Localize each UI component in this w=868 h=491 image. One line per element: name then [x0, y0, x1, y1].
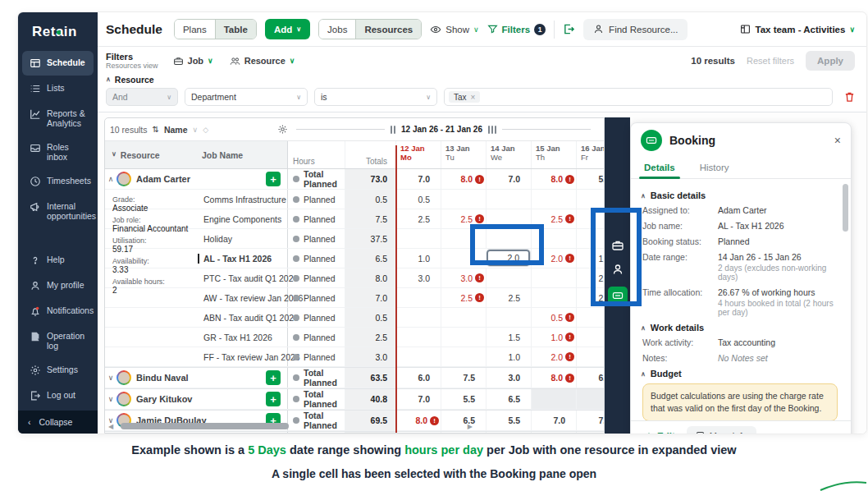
rail-booking-icon[interactable] — [608, 287, 628, 305]
schedule-cell[interactable]: 3.0 — [395, 268, 441, 287]
sidebar-item-schedule[interactable]: Schedule — [22, 51, 94, 76]
schedule-cell[interactable] — [531, 268, 576, 287]
range-handle-right[interactable] — [488, 126, 496, 134]
schedule-cell[interactable] — [441, 249, 486, 268]
schedule-cell[interactable] — [576, 229, 604, 248]
show-menu[interactable]: Show∨ — [430, 24, 478, 35]
schedule-cell[interactable]: 7.0 — [395, 432, 441, 433]
date-range-scrubber[interactable]: 12 Jan 26 - 21 Jan 26 — [288, 125, 599, 134]
scroll-left-icon[interactable]: ◀ — [108, 423, 113, 430]
schedule-cell[interactable]: 8.0! — [441, 169, 486, 189]
mode-resources[interactable]: Resources — [355, 20, 421, 39]
schedule-cell[interactable] — [576, 209, 604, 228]
filter-value-input[interactable]: Tax× — [444, 88, 833, 106]
job-name[interactable]: Holiday — [203, 234, 232, 244]
schedule-cell[interactable]: 5.5 — [441, 389, 486, 409]
add-booking-button[interactable]: + — [266, 370, 281, 385]
scrollbar-thumb[interactable] — [121, 423, 289, 429]
schedule-cell[interactable]: 2.5! — [441, 288, 486, 307]
sidebar-item-internal-opportunities[interactable]: Internal opportunities — [22, 195, 94, 227]
schedule-cell[interactable]: 1.5 — [486, 328, 531, 346]
schedule-cell[interactable]: 2.0 — [576, 268, 604, 287]
job-name[interactable]: PTC - Tax audit Q1 2026 — [203, 273, 298, 283]
schedule-cell[interactable] — [576, 308, 604, 327]
job-name[interactable]: ABN - Tax audit Q1 2026 — [203, 313, 299, 323]
panel-scrollbar-thumb[interactable] — [843, 184, 848, 232]
schedule-cell[interactable] — [531, 389, 576, 409]
selected-schedule-cell[interactable]: 2.0 — [486, 249, 531, 267]
schedule-cell[interactable]: 2.0! — [531, 347, 576, 366]
expand-resource-icon[interactable]: ∨ — [105, 395, 116, 403]
schedule-cell[interactable]: 3.0! — [441, 268, 486, 287]
delete-filter-icon[interactable] — [844, 91, 855, 103]
schedule-cell[interactable] — [441, 347, 486, 366]
sidebar-item-reports-analytics[interactable]: Reports & Analytics — [22, 102, 94, 135]
sidebar-item-roles-inbox[interactable]: Roles inbox — [22, 135, 94, 168]
schedule-cell[interactable]: 7.0 — [486, 432, 531, 433]
schedule-cell[interactable] — [576, 328, 604, 346]
schedule-cell[interactable]: 5.0 — [576, 169, 604, 189]
schedule-cell[interactable]: 7.0 — [395, 169, 441, 189]
tab-details[interactable]: Details — [642, 158, 677, 178]
schedule-cell[interactable] — [486, 229, 531, 248]
schedule-cell[interactable] — [576, 389, 604, 409]
edit-button[interactable]: Edit — [642, 431, 675, 434]
view-table[interactable]: Table — [215, 20, 256, 39]
job-name[interactable]: FF - Tax review Jan 2026 — [203, 352, 300, 362]
horizontal-scrollbar[interactable]: ◀ ▶ — [108, 422, 473, 430]
schedule-cell[interactable]: 8.0! — [531, 432, 576, 433]
scroll-right-icon[interactable]: ▶ — [468, 423, 473, 430]
mode-jobs[interactable]: Jobs — [319, 20, 355, 39]
schedule-cell[interactable] — [486, 268, 531, 287]
collapse-resource-icon[interactable]: ∧ — [105, 175, 116, 183]
filter-chip-job[interactable]: Job∨ — [173, 56, 213, 67]
expand-resource-icon[interactable]: ∨ — [105, 374, 116, 382]
sidebar-item-log-out[interactable]: Log out — [22, 383, 94, 408]
filter-chip-resource[interactable]: Resource∨ — [230, 56, 295, 67]
schedule-cell[interactable]: 2.0 — [576, 288, 604, 307]
job-name[interactable]: Engine Components — [203, 214, 281, 224]
schedule-cell[interactable] — [486, 308, 531, 327]
schedule-cell[interactable]: 5.5 — [486, 411, 531, 430]
remove-tag-icon[interactable]: × — [471, 93, 476, 102]
apply-button[interactable]: Apply — [806, 51, 855, 71]
job-name[interactable]: GR - Tax H1 2026 — [203, 333, 272, 342]
schedule-cell[interactable]: 3.0 — [486, 368, 531, 388]
view-plans[interactable]: Plans — [175, 20, 215, 39]
schedule-cell[interactable]: 8.0! — [531, 169, 576, 189]
schedule-cell[interactable]: 6.0 — [395, 368, 441, 388]
sidebar-item-settings[interactable]: Settings — [22, 358, 94, 383]
sidebar-item-my-profile[interactable]: My profile — [22, 273, 94, 298]
schedule-cell[interactable] — [486, 209, 531, 228]
sidebar-item-operation-log[interactable]: Operation log — [22, 324, 94, 357]
schedule-cell[interactable]: 2.5! — [441, 209, 486, 228]
job-name[interactable]: Comms Infrastructure — [203, 195, 286, 204]
schedule-cell[interactable]: 5.0 — [576, 432, 604, 433]
rail-resource-icon[interactable] — [611, 263, 624, 276]
schedule-cell[interactable]: 8.0! — [531, 368, 576, 388]
schedule-cell[interactable]: 1.0 — [576, 249, 604, 268]
schedule-cell[interactable] — [395, 229, 441, 248]
team-selector[interactable]: Tax team - Activities∨ — [740, 24, 855, 34]
schedule-cell[interactable]: 6.0 — [576, 368, 604, 388]
range-handle-left[interactable] — [391, 126, 395, 134]
schedule-cell[interactable] — [486, 190, 531, 209]
job-name[interactable]: AL - Tax H1 2026 — [198, 254, 272, 264]
section-heading[interactable]: ∧Basic details — [641, 190, 838, 200]
collapse-button[interactable]: ‹ Collapse — [18, 411, 98, 434]
schedule-cell[interactable]: 7.0 — [576, 411, 604, 430]
schedule-cell[interactable]: 7.0 — [531, 411, 576, 430]
schedule-cell[interactable] — [576, 190, 604, 209]
add-button[interactable]: Add∨ — [265, 19, 310, 39]
tab-history[interactable]: History — [698, 158, 731, 178]
section-heading[interactable]: ∧Work details — [641, 323, 838, 333]
schedule-cell[interactable]: 7.0 — [395, 389, 441, 409]
sidebar-item-help[interactable]: Help — [22, 248, 94, 273]
schedule-cell[interactable] — [441, 308, 486, 327]
schedule-cell[interactable] — [395, 328, 441, 346]
grid-settings-gear-icon[interactable] — [277, 124, 288, 135]
field-select[interactable]: Department∨ — [185, 88, 308, 106]
schedule-cell[interactable] — [395, 288, 441, 307]
find-resource-button[interactable]: Find Resource... — [583, 19, 688, 40]
sort-field-label[interactable]: Name — [164, 125, 188, 135]
